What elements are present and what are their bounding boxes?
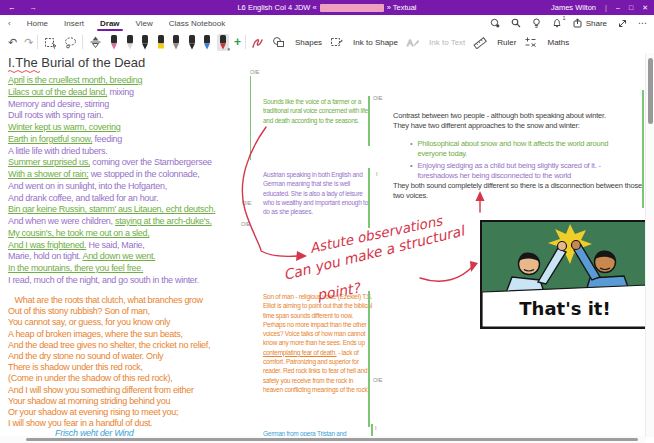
ruler-icon: [473, 36, 487, 49]
maths-button[interactable]: Maths: [524, 36, 569, 48]
pen-gallery: ▾: [108, 34, 229, 51]
close-button[interactable]: ✕: [642, 4, 648, 12]
window-title-left: L6 English Col 4 JDW «: [237, 3, 316, 12]
analysis-paragraph: Contrast between two people - although b…: [393, 111, 643, 132]
maximize-button[interactable]: □: [629, 4, 633, 11]
onenote-window: ← → L6 English Col 4 JDW « » Textual Jam…: [0, 0, 654, 443]
ink-to-shape-button[interactable]: Ink to Shape: [330, 36, 398, 48]
select-objects-icon[interactable]: [44, 36, 57, 49]
ribbon-tab-row: ‹ Home Insert Draw View Class Notebook 1: [0, 15, 654, 31]
thats-it-cartoon-image[interactable]: That's it!: [480, 220, 650, 329]
author-initials-tag: OIE: [250, 69, 259, 75]
page-title: I.The Burial of the Dead: [8, 55, 145, 70]
author-initials-tag: OIE: [241, 221, 250, 227]
maths-label: Maths: [547, 38, 569, 47]
tab-class-notebook[interactable]: Class Notebook: [169, 19, 225, 28]
ribbon-divider: [37, 35, 38, 49]
pen-7-icon[interactable]: ▾: [217, 34, 229, 51]
svg-text:A: A: [407, 38, 413, 48]
pen-1-icon[interactable]: [124, 34, 136, 51]
bullet-item-purple: Enjoying sledging as a child but being s…: [410, 161, 638, 181]
ink-to-text-icon: A: [406, 36, 419, 48]
author-initials-tag: OIE: [242, 200, 251, 206]
share-label: Share: [586, 19, 607, 28]
margin-note-green: Sounds like the voice of a farmer or a t…: [263, 97, 370, 125]
add-pen-button[interactable]: +: [234, 35, 241, 49]
more-options-icon[interactable]: ⋯: [638, 18, 648, 28]
tab-home[interactable]: Home: [27, 19, 48, 28]
ribbon-divider: [82, 35, 83, 49]
window-title-right: » Textual: [387, 3, 417, 12]
maths-icon: [524, 36, 537, 48]
ruler-button[interactable]: Ruler: [473, 36, 516, 49]
page-canvas[interactable]: I.The Burial of the Dead April is the cr…: [0, 53, 654, 443]
notification-count-badge: 1: [563, 15, 566, 21]
ink-to-shape-icon: [330, 36, 343, 48]
ink-to-shape-label: Ink to Shape: [353, 38, 398, 47]
draw-ribbon: ↶ ↷ ▾ + Shapes: [0, 31, 654, 54]
ink-to-text-label: Ink to Text: [429, 38, 465, 47]
cartoon-caption: That's it!: [519, 298, 610, 319]
analysis-line-1: Contrast between two people - although b…: [393, 111, 643, 121]
titlebar-divider: |: [605, 3, 607, 12]
spellcheck-squiggle: [8, 69, 40, 73]
shapes-label: Shapes: [295, 38, 322, 47]
author-initials-tag: I: [376, 171, 378, 177]
eraser-icon[interactable]: [89, 35, 102, 49]
undo-icon[interactable]: ↶: [8, 37, 17, 47]
author-initials-tag: OIE: [373, 95, 382, 101]
back-arrow-icon[interactable]: ←: [8, 3, 16, 12]
poem-stanza-2: What are the roots that clutch, what bra…: [8, 295, 210, 429]
analysis-line-2: They have two different approaches to th…: [393, 121, 643, 131]
tab-insert[interactable]: Insert: [64, 19, 84, 28]
lightbulb-icon[interactable]: [532, 18, 541, 28]
search-icon[interactable]: [511, 18, 521, 28]
forward-arrow-icon[interactable]: →: [30, 3, 38, 12]
titlebar: ← → L6 English Col 4 JDW « » Textual Jam…: [0, 0, 654, 15]
ruler-label: Ruler: [497, 38, 516, 47]
change-bar: [368, 291, 370, 427]
user-name[interactable]: James Wilton: [551, 3, 596, 12]
change-bar: [368, 168, 370, 228]
fullscreen-icon[interactable]: [618, 19, 627, 28]
change-bar: [368, 96, 370, 146]
pen-2-icon[interactable]: [139, 34, 151, 51]
pen-4-icon[interactable]: [170, 34, 182, 51]
pen-3-icon[interactable]: [155, 34, 167, 51]
margin-note-purple: Austrian speaking in both English and Ge…: [263, 170, 370, 216]
tab-draw[interactable]: Draw: [100, 19, 120, 28]
horizontal-scrollbar[interactable]: [0, 436, 645, 443]
back-chevron-icon[interactable]: ‹: [8, 19, 11, 28]
analysis-conclusion: They both sound completely different so …: [393, 181, 645, 202]
notifications-bell-icon[interactable]: 1: [552, 18, 562, 28]
ink-stroke-icon[interactable]: [250, 35, 264, 50]
change-bar: [250, 76, 252, 160]
shapes-icon: [272, 36, 285, 48]
presence-icon[interactable]: [490, 18, 500, 28]
redo-icon[interactable]: ↷: [24, 37, 33, 47]
lasso-select-icon[interactable]: [64, 36, 78, 49]
share-button[interactable]: Share: [573, 18, 607, 28]
vertical-scrollbar-thumb[interactable]: [648, 58, 653, 124]
shapes-button[interactable]: Shapes: [272, 36, 322, 48]
bullet-item-green: Philosophical about snow and how it affe…: [410, 139, 638, 159]
tab-view[interactable]: View: [136, 19, 153, 28]
poem-stanza-1: April is the cruellest month, breedingLi…: [8, 75, 215, 287]
pen-0-icon[interactable]: [108, 34, 120, 51]
pen-6-icon[interactable]: [201, 34, 213, 51]
analysis-bullets: Philosophical about snow and how it affe…: [410, 139, 638, 182]
ink-to-text-button: A Ink to Text: [406, 36, 465, 48]
change-bar: [642, 90, 644, 208]
vertical-scrollbar[interactable]: [645, 53, 654, 437]
author-initials-tag: I: [375, 425, 377, 431]
margin-note-orange: Son of man - religious voice (Ezekiel) T…: [263, 292, 373, 394]
author-initials-tag: OIE: [373, 377, 382, 383]
horizontal-scrollbar-thumb[interactable]: [26, 438, 638, 442]
redacted-text: [320, 4, 384, 12]
pen-5-icon[interactable]: [186, 34, 198, 51]
minimize-button[interactable]: –: [616, 4, 620, 11]
ribbon-divider: [245, 35, 246, 49]
